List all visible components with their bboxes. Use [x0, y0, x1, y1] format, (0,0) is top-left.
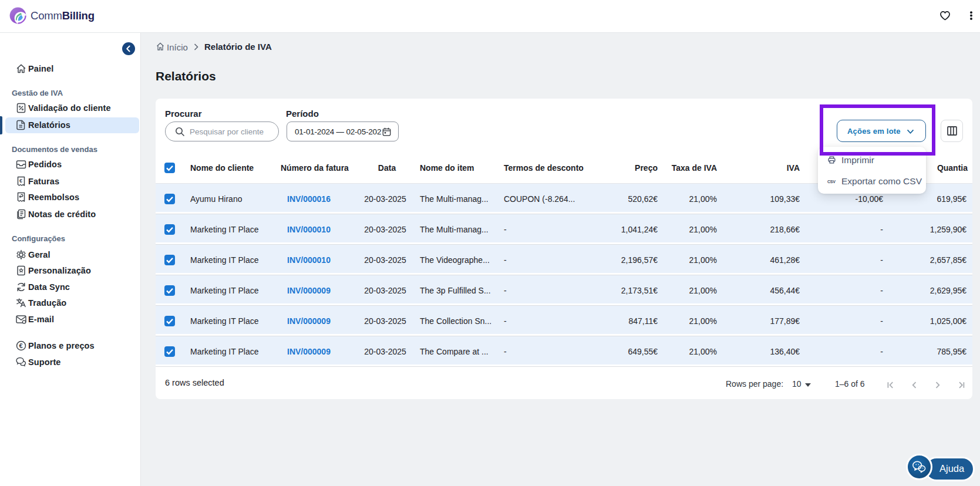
svg-text:€: € — [19, 178, 22, 184]
svg-text:CSV: CSV — [827, 180, 836, 184]
svg-text:€: € — [19, 342, 23, 349]
